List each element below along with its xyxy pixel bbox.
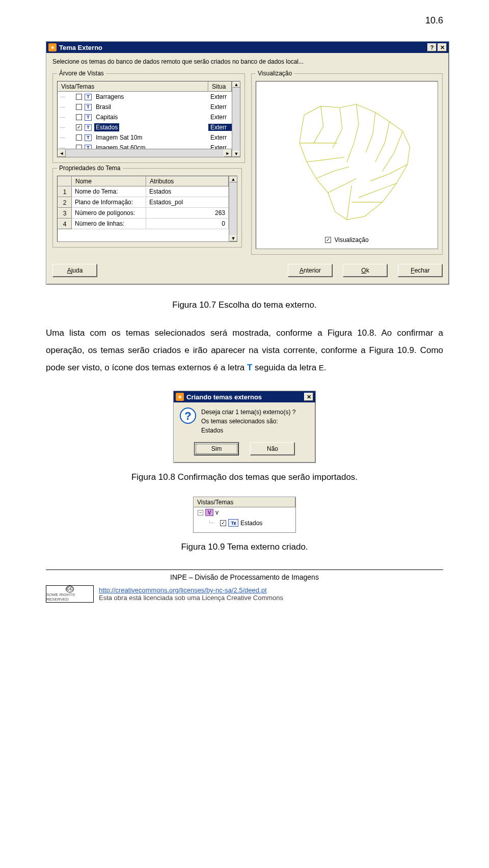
viz-checkbox[interactable]: ✓	[325, 237, 331, 243]
close-icon[interactable]: ✕	[438, 43, 447, 51]
props-vscrollbar[interactable]: ▲ ▼	[229, 176, 237, 241]
tree-row[interactable]: ┈┈TCapitaisExterr	[58, 112, 232, 122]
tree-row[interactable]: ┈┈TImagem Sat 10mExterr	[58, 132, 232, 143]
tree-item-label: Estados	[94, 123, 119, 131]
prop-name: Número de linhas:	[72, 219, 146, 229]
app-icon: ✶	[176, 393, 184, 401]
letter-t: T	[247, 363, 252, 372]
tree-row[interactable]: ┈┈TBrasilExterr	[58, 102, 232, 112]
tree-col-vista[interactable]: Vista/Temas	[58, 82, 208, 92]
no-button[interactable]: Não	[250, 442, 295, 455]
expander-icon[interactable]: −	[198, 510, 203, 516]
viz-checkbox-label: Visualização	[334, 236, 368, 243]
tree-row[interactable]: ┈┈TImagem Sat 60cmExterr	[58, 143, 232, 149]
prop-value: 0	[146, 219, 229, 229]
tree-row[interactable]: ┈┈✓TEstadosExterr	[58, 122, 232, 132]
tree-item-label: Imagem Sat 10m	[94, 133, 144, 142]
row-header: 1	[58, 186, 72, 197]
root-label: v	[215, 509, 219, 516]
props-col-name[interactable]: Nome	[72, 176, 146, 186]
scroll-right-icon[interactable]: ►	[224, 149, 232, 157]
ok-button[interactable]: Ok	[343, 264, 388, 277]
props-row: 3Número de polígonos:263	[58, 208, 229, 219]
map-preview	[263, 91, 430, 233]
theme-checkbox[interactable]: ✓	[220, 520, 226, 526]
letter-e: E	[319, 363, 324, 372]
scroll-track[interactable]	[66, 149, 224, 157]
cc-text: Esta obra está licenciada sob uma Licenç…	[99, 594, 283, 602]
props-col-corner	[58, 176, 72, 186]
theme-badge-icon: T	[85, 124, 92, 131]
close-icon[interactable]: ✕	[304, 393, 313, 401]
question-icon: ?	[180, 408, 196, 424]
tree-item-status: Exterr	[208, 93, 232, 100]
theme-badge-icon: T	[85, 94, 92, 100]
prop-value: 263	[146, 208, 229, 219]
scroll-down-icon[interactable]: ▼	[229, 235, 237, 241]
scroll-up-icon[interactable]: ▲	[232, 82, 240, 88]
tree-item-status: Exterr	[208, 114, 232, 121]
yes-button[interactable]: Sim	[194, 442, 239, 455]
tree-vscrollbar[interactable]: ▲ ▼	[232, 82, 240, 157]
tree-item-status: Exterr	[208, 134, 232, 141]
tree-hscrollbar[interactable]: ◄ ►	[58, 149, 232, 157]
tree-item-label: Capitais	[94, 113, 119, 121]
external-theme-badge-icon: Tᴇ	[228, 519, 238, 527]
brazil-map-icon	[270, 96, 423, 228]
tree-line-icon: ┈┈	[60, 115, 75, 120]
tree-table: Vista/Temas Situa ┈┈TBarragensExterr┈┈TB…	[57, 81, 240, 157]
tree-item-status: Exterr	[208, 144, 232, 149]
props-row: 1Nome do Tema:Estados	[58, 186, 229, 197]
tree-item-status: Exterr	[208, 124, 232, 131]
theme-badge-icon: T	[85, 114, 92, 121]
vscroll-track[interactable]	[232, 88, 240, 151]
page-footer: INPE – Divisão de Processamento de Image…	[46, 569, 443, 603]
dialog-titlebar: ✶ Tema Externo ? ✕	[46, 42, 449, 53]
theme-checkbox[interactable]	[76, 145, 82, 149]
child-label: Estados	[240, 520, 262, 527]
vistas-header: Vistas/Temas	[194, 497, 295, 507]
close-button[interactable]: Fechar	[398, 264, 443, 277]
tree-col-situa[interactable]: Situa	[208, 82, 232, 92]
help-button[interactable]: Ajuda	[52, 264, 97, 277]
prop-name: Nome do Tema:	[72, 186, 146, 197]
previous-button[interactable]: Anterior	[288, 264, 333, 277]
confirm-dialog: ✶ Criando temas externos ✕ ? Deseja cria…	[173, 391, 316, 463]
row-header: 4	[58, 219, 72, 229]
external-theme-dialog: ✶ Tema Externo ? ✕ Selecione os temas do…	[46, 41, 449, 285]
row-header: 2	[58, 197, 72, 208]
scroll-down-icon[interactable]: ▼	[232, 151, 240, 157]
figure-caption-10-9: Figura 10.9 Tema externo criado.	[46, 542, 443, 552]
tree-root-node[interactable]: − V v	[194, 507, 295, 518]
prop-name: Plano de Informação:	[72, 197, 146, 208]
page-number: 10.6	[46, 15, 443, 26]
cc-badge-icon: CC SOME RIGHTS RESERVED	[46, 585, 94, 603]
props-col-attr[interactable]: Atributos	[146, 176, 229, 186]
theme-checkbox[interactable]	[76, 104, 82, 110]
vscroll-track[interactable]	[229, 182, 237, 235]
props-table: Nome Atributos 1Nome do Tema:Estados2Pla…	[57, 176, 237, 242]
theme-checkbox[interactable]	[76, 114, 82, 120]
theme-checkbox[interactable]: ✓	[76, 124, 82, 130]
scroll-left-icon[interactable]: ◄	[58, 149, 66, 157]
app-icon: ✶	[48, 43, 57, 51]
tree-child-node[interactable]: └─ ✓ Tᴇ Estados	[194, 518, 295, 528]
props-legend: Propriedades do Tema	[57, 165, 123, 172]
cc-link[interactable]: http://creativecommons.org/licenses/by-n…	[99, 586, 283, 594]
body-paragraph: Uma lista com os temas selecionados será…	[46, 324, 443, 376]
tree-legend: Árvore de Vistas	[57, 70, 106, 77]
tree-row[interactable]: ┈┈TBarragensExterr	[58, 92, 232, 102]
props-row: 2Plano de Informação:Estados_pol	[58, 197, 229, 208]
confirm-message: Deseja criar 1 tema(s) externo(s) ? Os t…	[201, 408, 295, 435]
tree-groupbox: Árvore de Vistas Vista/Temas Situa ┈┈TBa…	[52, 73, 245, 163]
help-button[interactable]: ?	[427, 43, 437, 51]
theme-checkbox[interactable]	[76, 94, 82, 100]
scroll-up-icon[interactable]: ▲	[229, 176, 237, 182]
theme-badge-icon: T	[85, 145, 92, 149]
tree-item-label: Imagem Sat 60cm	[94, 144, 147, 149]
tree-line-icon: ┈┈	[60, 94, 75, 100]
dialog-instruction: Selecione os temas do banco de dados rem…	[52, 58, 443, 65]
tree-line-icon: ┈┈	[60, 104, 75, 110]
tree-line-icon: ┈┈	[60, 135, 75, 141]
theme-checkbox[interactable]	[76, 134, 82, 141]
